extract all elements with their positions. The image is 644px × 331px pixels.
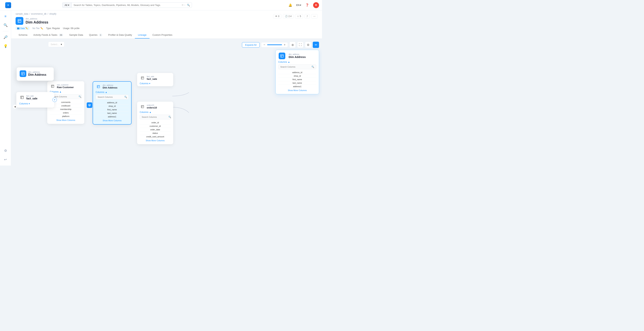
help-button[interactable]: ❓ <box>304 2 310 8</box>
col-first-name: first_name <box>96 108 128 111</box>
dim-address-center-icon <box>96 84 101 89</box>
zoom-slider[interactable] <box>267 44 282 45</box>
svg-rect-6 <box>51 85 54 88</box>
edit-button[interactable]: ✏ <box>313 42 319 48</box>
tab-schema[interactable]: Schema <box>16 32 30 38</box>
sidebar-item-explore[interactable]: 🔍 <box>2 21 9 29</box>
raw-customer-col-list: comments creditcard membership orders pl… <box>50 100 82 118</box>
dim-address-center-col-list: address_id shop_id first_name last_name … <box>96 101 128 118</box>
user-avatar[interactable]: R <box>313 2 319 8</box>
watch-stat[interactable]: 👁 0 <box>273 14 282 18</box>
dim-address-right-db-name: dim_address <box>289 53 306 55</box>
more-options-button[interactable]: ⋯ <box>311 14 318 18</box>
raw-customer-icon <box>50 83 56 89</box>
language-switcher[interactable]: EN ▾ <box>296 4 301 6</box>
svg-rect-7 <box>97 85 100 88</box>
sidebar-item-home[interactable]: ≡ <box>2 12 9 20</box>
col-r-last-name: last_name <box>278 81 316 85</box>
dim-address-right-show-more[interactable]: Show More Columns <box>278 88 316 93</box>
breadcrumb-sample-data[interactable]: sample_data <box>16 12 28 15</box>
orders10-search-input[interactable] <box>142 116 167 118</box>
app-logo[interactable]: ≡ <box>5 2 11 8</box>
fact-sale-right-columns-toggle[interactable]: Columns ▾ <box>140 82 171 85</box>
dim-address-center-columns-toggle[interactable]: Columns ▲ <box>96 91 107 93</box>
transform-center-button[interactable] <box>87 102 92 108</box>
dim-address-right-search-input[interactable] <box>280 66 310 68</box>
type-badge[interactable]: 👥 Data ✏️ <box>16 27 30 30</box>
fact-sale-right-title: fact_sale <box>147 78 157 80</box>
version-stat[interactable]: 🕐 2.4 <box>283 14 294 18</box>
star-stat[interactable]: ☆ 5 <box>295 14 303 18</box>
edit-tier-icon[interactable]: ✏️ <box>40 27 43 30</box>
fact-columns-toggle[interactable]: Columns ▾ <box>19 102 51 105</box>
tooltip-title: Dim Address <box>28 73 46 76</box>
sidebar-item-back[interactable]: ↩ <box>2 156 9 163</box>
fullscreen-button[interactable]: ⛶ <box>297 42 304 48</box>
entity-meta: 👥 Data ✏️ No Tier ✏️ Type: Regular <box>16 27 80 30</box>
fact-db-name: fact_sale <box>26 95 38 97</box>
settings-button[interactable]: ⚙ <box>305 42 311 48</box>
tab-queries[interactable]: Queries 1 <box>86 32 105 38</box>
col-shop-id: shop_id <box>96 104 128 108</box>
share-button[interactable]: ⤴ <box>304 14 310 18</box>
tab-custom-properties[interactable]: Custom Properties <box>150 32 176 38</box>
tab-profiler[interactable]: Profiler & Data Quality <box>105 32 135 38</box>
raw-customer-title: Raw Customer <box>57 86 74 89</box>
dim-address-right-columns-toggle[interactable]: Columns ▲ <box>278 61 290 63</box>
zoom-controls: − + <box>261 42 288 47</box>
col-order-id: order_id <box>140 121 171 124</box>
dim-address-center-node: dim_address Dim Address Columns ▲ 🔍 <box>93 81 132 125</box>
col-membership: membership <box>50 108 82 111</box>
lineage-toolbar: Expand All − + ⊕ ⛶ ⚙ ✏ <box>242 42 319 48</box>
tab-sample-data[interactable]: Sample Data <box>66 32 86 38</box>
fit-view-button[interactable]: ⊕ <box>290 42 296 48</box>
orders10-db-name: orders10 <box>147 104 157 106</box>
dim-address-center-show-more[interactable]: Show More Columns <box>96 118 128 123</box>
fact-sale-mini-card: fact_sale fact_sale Columns ▾ + <box>16 92 54 108</box>
search-filter-dropdown[interactable]: All ▾ <box>62 2 72 8</box>
tab-activity-feeds[interactable]: Activity Feeds & Tasks 36 <box>30 32 66 38</box>
col-order-date: order_date <box>140 128 171 131</box>
sidebar-item-settings[interactable]: ⚙ <box>2 147 9 154</box>
col-status: status <box>140 131 171 135</box>
entity-title-area: dim_address Dim Address <box>26 17 48 24</box>
breadcrumb-ecommerce-db[interactable]: ecommerce_db <box>31 12 46 15</box>
raw-customer-show-more[interactable]: Show More Columns <box>50 118 82 122</box>
search-input-wrap: ⌘ × 🔍 <box>72 2 192 8</box>
svg-rect-9 <box>141 105 144 108</box>
dim-address-center-search-input[interactable] <box>98 96 123 98</box>
nav-left-arrow[interactable]: ◀ <box>12 104 17 109</box>
tab-lineage[interactable]: Lineage <box>135 32 149 38</box>
chevron-down-icon: ▾ <box>300 4 301 6</box>
sidebar-item-quality[interactable]: 🔎 <box>2 33 9 41</box>
orders10-show-more[interactable]: Show More Columns <box>140 138 171 143</box>
col-r-first-name: first_name <box>278 78 316 81</box>
zoom-in-button[interactable]: + <box>283 43 286 46</box>
orders10-title: orders10 <box>147 106 157 109</box>
shortcut-icon: ⌘ × <box>182 4 185 6</box>
svg-rect-10 <box>281 55 284 57</box>
sidebar-item-insights[interactable]: 💡 <box>2 42 9 50</box>
col-last-name: last_name <box>96 111 128 115</box>
lineage-select-dropdown[interactable]: Select... ▾ <box>48 42 64 47</box>
search-icon: 🔍 <box>312 65 314 68</box>
orders10-node: orders10 orders10 Columns ▲ 🔍 <box>137 102 173 144</box>
dim-address-right-col-list: address_id shop_id first_name last_name … <box>278 71 316 88</box>
breadcrumb-shopify[interactable]: shopify <box>49 12 56 15</box>
dim-address-center-db-name: dim_address <box>103 84 118 86</box>
breadcrumb: sample_data / ecommerce_db / shopify <box>16 12 80 15</box>
page-header: sample_data / ecommerce_db / shopify <box>11 10 322 39</box>
chevron-down-icon: ▾ <box>68 4 69 6</box>
top-nav: ≡ All ▾ ⌘ × 🔍 🔔 EN ▾ ❓ R <box>0 0 322 10</box>
add-lineage-button[interactable]: + <box>52 98 57 102</box>
notifications-button[interactable]: 🔔 <box>287 2 293 8</box>
search-icon: 🔍 <box>78 95 81 98</box>
search-input[interactable] <box>74 4 180 6</box>
orders10-columns-toggle[interactable]: Columns ▲ <box>140 111 151 113</box>
edit-icon[interactable]: ✏️ <box>26 27 28 29</box>
zoom-out-button[interactable]: − <box>263 43 266 46</box>
col-customer-id: customer_id <box>140 124 171 128</box>
dim-address-right-panel: dim_address Dim Address Columns ▲ 🔍 <box>276 50 319 94</box>
expand-all-button[interactable]: Expand All <box>242 42 260 47</box>
raw-customer-search-input[interactable] <box>52 95 78 98</box>
